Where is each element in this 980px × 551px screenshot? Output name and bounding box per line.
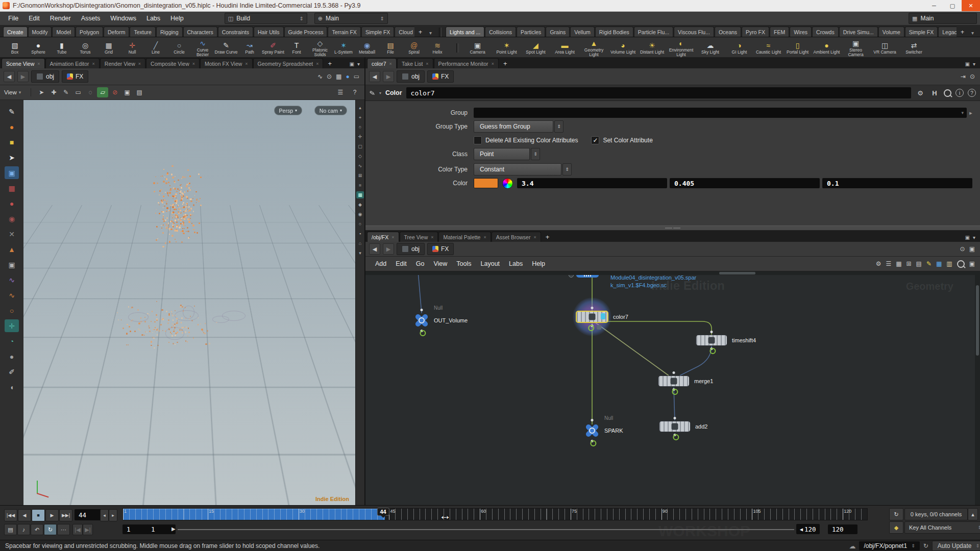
notes-icon[interactable]: ▤ (916, 260, 922, 267)
homing-icon[interactable]: ⌖ (356, 114, 364, 121)
menu-help[interactable]: Help (165, 13, 189, 24)
secure-selection-icon[interactable]: ▣ (5, 166, 19, 179)
shelf-tool-file[interactable]: ▤ File (379, 39, 402, 57)
network-node-spark[interactable]: SPARKNull (584, 423, 600, 438)
shelf-tab-constraints[interactable]: Constraints (218, 27, 253, 37)
shelf-tool-torus[interactable]: ◎ Torus (74, 39, 97, 57)
shelf-tool-point-light[interactable]: ✶ Point Light (492, 39, 521, 57)
shade-icon[interactable]: ▦ (356, 191, 364, 198)
move-gizmo-icon[interactable]: ✛ (5, 319, 19, 332)
shelf-tool-portal-light[interactable]: ▯ Portal Light (783, 39, 812, 57)
rotate-gizmo-icon[interactable]: ◔ (5, 335, 19, 347)
spinner-icon[interactable]: ⇕ (380, 16, 384, 21)
render-region-icon[interactable]: ⊘ (109, 87, 120, 97)
search-icon[interactable] (944, 89, 951, 97)
shelf-tool-sky-light[interactable]: ☁ Sky Light (696, 39, 725, 57)
small-circle-icon[interactable]: ○ (356, 220, 364, 228)
playhead[interactable]: 44 (377, 508, 389, 516)
network-menu-add[interactable]: Add (371, 258, 391, 269)
volume-tool-icon[interactable]: ▦ (5, 182, 19, 194)
shelf-tab-wires[interactable]: Wires (790, 27, 812, 37)
frame-inc-button[interactable]: ▸ (109, 509, 117, 521)
maximize-button[interactable]: ▢ (943, 0, 962, 11)
breadcrumb-obj[interactable]: obj (397, 70, 425, 83)
help-icon[interactable]: ? (968, 89, 976, 97)
spinner-icon[interactable]: ⇕ (562, 163, 572, 176)
shelf-tab-rigging[interactable]: Rigging (156, 27, 183, 37)
shelf-tool-distant-light[interactable]: ☀ Distant Light (638, 39, 667, 57)
view-type-pill[interactable]: Persp ▾ (274, 106, 302, 115)
network-menu-tools[interactable]: Tools (452, 258, 476, 269)
network-graph[interactable]: Indie Edition Geometry Module04_disinteg… (365, 271, 980, 505)
dot-ring-icon[interactable]: ◉ (356, 211, 364, 218)
shelf-tab-viscous-flu[interactable]: Viscous Flu... (674, 27, 714, 37)
close-tab-icon[interactable]: × (431, 235, 433, 240)
pane-tab-obj-fx[interactable]: /obj/FX × (367, 232, 399, 242)
shelf-tab-model[interactable]: Model (52, 27, 75, 37)
shelf-tool-grid[interactable]: ▦ Grid (97, 39, 120, 57)
divide-tool-icon[interactable]: ● (5, 120, 19, 133)
pane-tab-performance-monitor[interactable]: Performance Monitor × (434, 58, 499, 68)
shelf-tool-spray-paint[interactable]: ✐ Spray Paint (261, 39, 285, 57)
display-flag-icon[interactable] (672, 389, 678, 395)
hook-purple-icon[interactable]: ∿ (5, 273, 19, 286)
radial-menu-icon[interactable]: ⊙ (327, 73, 332, 80)
node-name-field[interactable]: color7 (406, 87, 911, 98)
select-arrow-icon[interactable]: ➤ (5, 151, 19, 164)
group-type-dropdown[interactable]: Guess from Group (474, 120, 553, 133)
spinner-icon[interactable]: ⇕ (299, 16, 303, 21)
close-tab-icon[interactable]: × (389, 61, 392, 66)
list-mode-icon[interactable]: ☰ (886, 260, 891, 267)
frame-ruler[interactable]: 115304560759010512044 (122, 508, 868, 520)
network-menu-edit[interactable]: Edit (391, 258, 411, 269)
prev-frame-button[interactable]: ◀ (18, 509, 31, 521)
shelf-tool-line[interactable]: ╱ Line (144, 39, 167, 57)
key-all-channels-dropdown[interactable]: Key All Channels ⇕ (904, 521, 980, 534)
shelf-tool-box[interactable]: ▧ Box (3, 39, 27, 57)
crate-tool-icon[interactable]: ▣ (5, 258, 19, 271)
strip-down-icon[interactable]: ▾ (356, 249, 364, 257)
pencil-icon[interactable]: ✎ (926, 260, 932, 267)
stop-button[interactable]: ■ (32, 509, 45, 521)
add-shelf-tab-button[interactable]: + (957, 28, 968, 37)
range-slider-track[interactable] (178, 529, 794, 530)
close-tab-icon[interactable]: × (245, 61, 248, 66)
shelf-tool-environment-light[interactable]: ◐ Environment Light (667, 39, 696, 57)
pane-splitter[interactable] (365, 226, 980, 231)
ring-orange-icon[interactable]: ○ (5, 304, 19, 317)
spinner-icon[interactable]: ⇕ (531, 148, 540, 160)
display-flag-icon[interactable] (420, 330, 426, 336)
network-menu-go[interactable]: Go (411, 258, 429, 269)
shelf-tab-crowds[interactable]: Crowds (812, 27, 839, 37)
shelf-tab-lights-and[interactable]: Lights and ... (446, 27, 484, 37)
display-flag-icon[interactable] (588, 325, 594, 331)
shelf-tool-metaball[interactable]: ◉ Metaball (355, 39, 379, 57)
close-tab-icon[interactable]: × (192, 61, 195, 66)
marquee-select-icon[interactable]: ▭ (72, 87, 84, 97)
breadcrumb-obj[interactable]: obj (397, 243, 425, 255)
strip-up-icon[interactable]: ▴ (356, 104, 364, 111)
shelf-menu-icon[interactable]: ▾ (426, 29, 435, 37)
shelf-tool-platonic-solids[interactable]: ◇ Platonic Solids (308, 39, 332, 57)
audio-options-icon[interactable]: ♪ (17, 524, 30, 535)
color-swatch[interactable] (474, 178, 498, 188)
edit-tool-icon[interactable]: ✎ (60, 87, 71, 97)
shelf-tab-modify[interactable]: Modify (28, 27, 52, 37)
pane-tab-geometry-spreadsheet[interactable]: Geometry Spreadsheet × (253, 58, 324, 68)
shelf-tool-sphere[interactable]: ● Sphere (27, 39, 50, 57)
shelf-tool-tube[interactable]: ▮ Tube (50, 39, 74, 57)
paint-tool-icon[interactable]: ✐ (5, 365, 19, 378)
node-path-dropdown[interactable]: /obj/FX/popnet1 ⇕ (859, 541, 919, 550)
shelf-tab-create[interactable]: Create (3, 27, 28, 37)
color-g-field[interactable]: 0.405 (670, 178, 820, 188)
shelf-tab-terrain-fx[interactable]: Terrain FX (328, 27, 360, 37)
axis-icon[interactable]: ✛ (356, 133, 364, 140)
pin-icon[interactable]: ⊙ (970, 73, 975, 80)
pane-tab-motion-fx-view[interactable]: Motion FX View × (200, 58, 253, 68)
radial-menu-combo[interactable]: ▦ Main (909, 13, 977, 24)
shelf-tab-hair-utils[interactable]: Hair Utils (254, 27, 284, 37)
key-icon-button[interactable]: ◆ (889, 521, 903, 534)
new-pane-tab-button[interactable]: + (324, 60, 336, 68)
global-end-field[interactable]: 120 (828, 524, 857, 534)
pane-split-icon[interactable]: ▣ (965, 235, 970, 240)
